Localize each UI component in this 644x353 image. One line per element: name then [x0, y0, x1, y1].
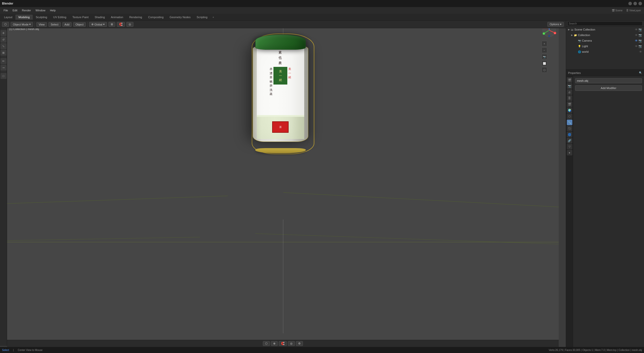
tab-geometry-nodes[interactable]: Geometry Nodes — [166, 15, 193, 20]
mode-selector[interactable]: Object Mode ▾ — [11, 22, 33, 27]
scene-collection-icon: 🗂 — [571, 28, 573, 31]
world-visibility-icon[interactable]: 👁 — [639, 50, 642, 53]
tab-compositing[interactable]: Compositing — [145, 15, 166, 20]
snap-button[interactable]: 🧲 — [117, 22, 125, 27]
tab-layout[interactable]: Layout — [1, 15, 15, 20]
tab-uv-editing[interactable]: UV Editing — [50, 15, 69, 20]
tool-annotate[interactable]: ✏ — [1, 58, 7, 64]
view-menu-button[interactable]: View — [36, 22, 47, 27]
tool-add-cube[interactable]: □ — [1, 73, 7, 79]
titlebar: Blender — [0, 0, 644, 7]
tab-rendering[interactable]: Rendering — [126, 15, 145, 20]
menu-help[interactable]: Help — [48, 8, 58, 12]
col-render-icon[interactable]: 📷 — [638, 34, 642, 37]
render-icon[interactable]: 📷 — [638, 28, 642, 31]
tab-animation[interactable]: Animation — [108, 15, 126, 20]
cam-visibility-icon[interactable]: 👁 — [635, 39, 638, 42]
menu-render[interactable]: Render — [20, 8, 33, 12]
close-button[interactable] — [638, 2, 642, 5]
canister-bottom-label: 茶 — [257, 115, 304, 139]
object-menu-button[interactable]: Object — [73, 22, 86, 27]
outliner-search-input[interactable] — [568, 21, 642, 26]
menu-edit[interactable]: Edit — [11, 8, 19, 12]
prop-icon-data[interactable]: ▽ — [567, 144, 572, 149]
tab-modeling[interactable]: Modeling — [15, 15, 33, 20]
prop-icon-object[interactable]: ⬡ — [567, 114, 572, 119]
add-workspace-button[interactable]: + — [210, 15, 216, 20]
orientation-label: Global — [94, 23, 102, 26]
prop-icon-particles[interactable]: ⚫ — [567, 126, 572, 131]
prop-icon-output[interactable]: 🖨 — [567, 89, 572, 95]
tab-scripting[interactable]: Scripting — [193, 15, 210, 20]
proportional-editing-button[interactable]: ◎ — [126, 22, 133, 27]
prop-icon-modifier[interactable]: 🔧 — [567, 120, 572, 125]
main-viewport[interactable]: User Perspective (1) Collection | mesh.o… — [7, 21, 559, 346]
viewport-proportional-button[interactable]: ◎ — [288, 341, 295, 346]
tool-rotate[interactable]: ↺ — [1, 37, 7, 43]
prop-icon-scene[interactable]: 🎬 — [567, 77, 572, 83]
pivot-center-button[interactable]: ⊞ — [108, 22, 115, 27]
select-menu-button[interactable]: Select — [48, 22, 61, 27]
ground-line-right2 — [256, 233, 559, 244]
tool-separator-2 — [1, 57, 6, 57]
add-modifier-button[interactable]: Add Modifier — [575, 85, 642, 91]
tool-transform[interactable]: ⊞ — [1, 50, 7, 56]
tab-sculpting[interactable]: Sculpting — [33, 15, 50, 20]
add-menu-button[interactable]: Add — [62, 22, 72, 27]
world-obj-icon: 🌐 — [578, 50, 581, 53]
prop-icon-scene-props[interactable]: 🎬 — [567, 101, 572, 107]
scene-selector[interactable]: 🎬 Scene — [610, 9, 624, 12]
3d-object-canister[interactable]: 素也農 赤濃茶碗拼洗蔬 美一絕 美一絕 — [253, 35, 313, 153]
object-label: Object — [75, 23, 83, 26]
outliner-item-camera[interactable]: ▶ 📷 Camera 👁 📷 — [566, 38, 644, 43]
window-controls — [628, 2, 642, 5]
properties-search-icon[interactable]: 🔍 — [639, 71, 642, 74]
tab-texture-paint[interactable]: Texture Paint — [69, 15, 92, 20]
tool-measure[interactable]: ⊸ — [1, 65, 7, 71]
tool-move[interactable]: ✛ — [1, 30, 7, 36]
menu-file[interactable]: File — [2, 8, 10, 12]
view-layer-selector[interactable]: 🗄 ViewLayer — [625, 9, 642, 12]
light-render-icon[interactable]: 📷 — [638, 45, 642, 48]
select-hint[interactable]: Select — [2, 349, 9, 351]
minimize-button[interactable] — [628, 2, 632, 5]
camera-view-button[interactable]: 📷 — [542, 54, 547, 60]
zoom-in-button[interactable]: + — [542, 41, 547, 46]
options-button[interactable]: Options ▾ — [547, 22, 564, 27]
editor-type-button[interactable]: ⬡ — [2, 22, 9, 27]
active-object-field[interactable]: mesh.obj — [575, 78, 642, 83]
world-row-icons: 👁 — [639, 50, 642, 53]
prop-icon-render[interactable]: 📷 — [567, 83, 572, 89]
prop-icon-physics[interactable]: 🌀 — [567, 132, 572, 137]
toggle-perspective-button[interactable]: ⬜ — [542, 61, 547, 66]
properties-body: 🎬 📷 🖨 🗄 🎬 🌍 ⬡ 🔧 ⚫ 🌀 🔗 ▽ ● mesh.obj — [566, 76, 644, 353]
viewport-pivot-button[interactable]: ⊕ — [271, 341, 278, 346]
menu-window[interactable]: Window — [34, 8, 47, 12]
orientation-icon: ⊕ — [91, 23, 94, 26]
viewport-settings-button[interactable]: ⚙ — [296, 341, 303, 346]
zoom-out-button[interactable]: − — [542, 47, 547, 53]
local-view-button[interactable]: ⬡ — [542, 67, 547, 73]
tool-scale[interactable]: ⤡ — [1, 43, 7, 49]
prop-icon-world[interactable]: 🌍 — [567, 107, 572, 113]
outliner-item-collection[interactable]: ▶ 📁 Collection 👁 📷 — [566, 32, 644, 38]
col-visibility-icon[interactable]: 👁 — [635, 34, 638, 37]
prop-icon-material[interactable]: ● — [567, 150, 572, 155]
outliner-item-scene-collection[interactable]: ▶ 🗂 Scene Collection 👁 📷 — [566, 27, 644, 32]
maximize-button[interactable] — [633, 2, 637, 5]
prop-icon-constraints[interactable]: 🔗 — [567, 138, 572, 143]
navigation-gizmos: Z X Y + − 📷 ⬜ ⬡ — [542, 23, 557, 73]
prop-icon-view-layer[interactable]: 🗄 — [567, 95, 572, 101]
outliner-row-icons: 👁 📷 — [635, 28, 642, 31]
light-visibility-icon[interactable]: 👁 — [635, 45, 638, 48]
tab-shading[interactable]: Shading — [92, 15, 108, 20]
visibility-icon[interactable]: 👁 — [635, 28, 638, 31]
transform-orientation-button[interactable]: ⊕ Global ▾ — [89, 22, 107, 27]
viewport-snap-button[interactable]: 🧲 — [279, 341, 287, 346]
outliner-item-light[interactable]: ▶ 💡 Light 👁 📷 — [566, 43, 644, 49]
editor-type-icon-button[interactable]: ⬡ — [263, 341, 270, 346]
cam-render-icon[interactable]: 📷 — [638, 39, 642, 42]
outliner-item-world[interactable]: ▶ 🌐 world 👁 — [566, 49, 644, 55]
scene-collection-label: Scene Collection — [574, 28, 595, 31]
label-middle-row: 赤濃茶碗拼洗蔬 美一絕 美一絕 — [257, 67, 304, 96]
